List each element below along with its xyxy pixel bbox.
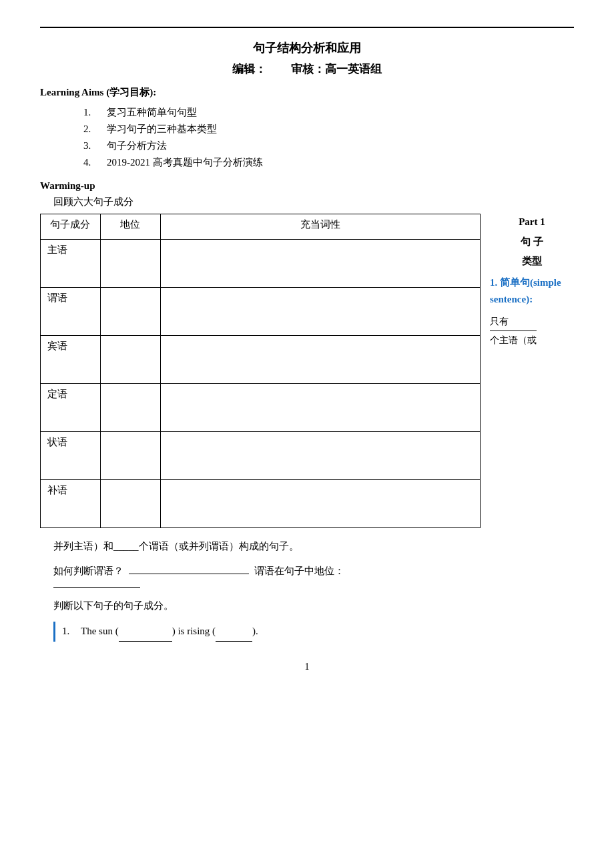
table-row: 主语 xyxy=(41,240,481,288)
learning-aims-list: 复习五种简单句句型 学习句子的三种基本类型 句子分析方法 2019-2021 高… xyxy=(40,104,574,171)
cell-object-pos xyxy=(100,336,160,384)
main-title: 句子结构分析和应用 xyxy=(40,40,574,56)
sentence-type-label: 句 子 xyxy=(490,234,574,251)
cell-attr-pos xyxy=(100,384,160,432)
exercise-item-1: 1. The sun ( ) is rising ( ). xyxy=(53,622,574,642)
bottom-line2: 如何判断谓语？ 谓语在句子中地位： xyxy=(53,562,574,580)
only-text: 只有 xyxy=(490,314,574,330)
table-row: 状语 xyxy=(41,432,481,480)
list-item: 学习句子的三种基本类型 xyxy=(93,121,574,138)
col-header-position: 地位 xyxy=(100,214,160,240)
blank-line xyxy=(490,331,537,331)
cell-adv-pos xyxy=(100,432,160,480)
col-header-role: 充当词性 xyxy=(160,214,480,240)
cell-subject-pos xyxy=(100,240,160,288)
table-row: 补语 xyxy=(41,480,481,528)
simple-sentence-label: 1. 简单句(simple sentence): xyxy=(490,274,574,308)
judge-heading: 判断以下句子的句子成分。 xyxy=(53,597,574,615)
components-table: 句子成分 地位 充当词性 主语 谓语 宾语 定语 xyxy=(40,214,481,528)
cell-adv: 状语 xyxy=(41,432,101,480)
list-item: 复习五种简单句句型 xyxy=(93,104,574,121)
page-number: 1 xyxy=(40,662,574,672)
how-judge-label: 如何判断谓语？ xyxy=(53,566,123,576)
underline-divider xyxy=(53,587,140,588)
cell-attr: 定语 xyxy=(41,384,101,432)
sidebar-note: Part 1 句 子 类型 1. 简单句(simple sentence): 只… xyxy=(481,214,574,349)
cell-object: 宾语 xyxy=(41,336,101,384)
cell-subject: 主语 xyxy=(41,240,101,288)
blank-2 xyxy=(216,622,252,642)
lei-xing-label: 类型 xyxy=(490,253,574,270)
table-section: 句子成分 地位 充当词性 主语 谓语 宾语 定语 xyxy=(40,214,574,528)
review-label: 审核：高一英语组 xyxy=(291,63,382,75)
blank-1 xyxy=(119,622,172,642)
weiyu-position-label: 谓语在句子中地位： xyxy=(254,566,344,576)
list-item: 句子分析方法 xyxy=(93,138,574,154)
cell-object-role xyxy=(160,336,480,384)
cell-attr-role xyxy=(160,384,480,432)
bottom-line1: 并列主语）和_____个谓语（或并列谓语）构成的句子。 xyxy=(53,537,574,556)
editor-label: 编辑： xyxy=(232,63,266,75)
top-divider xyxy=(40,27,574,28)
cell-adv-role xyxy=(160,432,480,480)
table-row: 定语 xyxy=(41,384,481,432)
bottom-section: 并列主语）和_____个谓语（或并列谓语）构成的句子。 如何判断谓语？ 谓语在句… xyxy=(40,537,574,642)
cell-predicate-role xyxy=(160,288,480,336)
warming-up-heading: Warming-up xyxy=(40,180,574,192)
warming-up-subheading: 回顾六大句子成分 xyxy=(40,196,574,208)
exercise-num-1: 1. xyxy=(62,622,81,641)
cell-compl-role xyxy=(160,480,480,528)
cell-subject-role xyxy=(160,240,480,288)
blank-how-judge xyxy=(129,574,249,574)
subtitle: 编辑： 审核：高一英语组 xyxy=(40,61,574,77)
list-item: 2019-2021 高考真题中句子分析演练 xyxy=(93,154,574,171)
exercise-text-1: The sun ( ) is rising ( ). xyxy=(81,622,574,642)
table-row: 宾语 xyxy=(41,336,481,384)
table-row: 谓语 xyxy=(41,288,481,336)
cell-predicate-pos xyxy=(100,288,160,336)
cell-compl: 补语 xyxy=(41,480,101,528)
col-header-component: 句子成分 xyxy=(41,214,101,240)
learning-aims-heading: Learning Aims (学习目标): xyxy=(40,86,574,99)
ge-zhuyu-text: 个主语（或 xyxy=(490,333,574,349)
cell-predicate: 谓语 xyxy=(41,288,101,336)
part-title: Part 1 xyxy=(490,214,574,231)
cell-compl-pos xyxy=(100,480,160,528)
